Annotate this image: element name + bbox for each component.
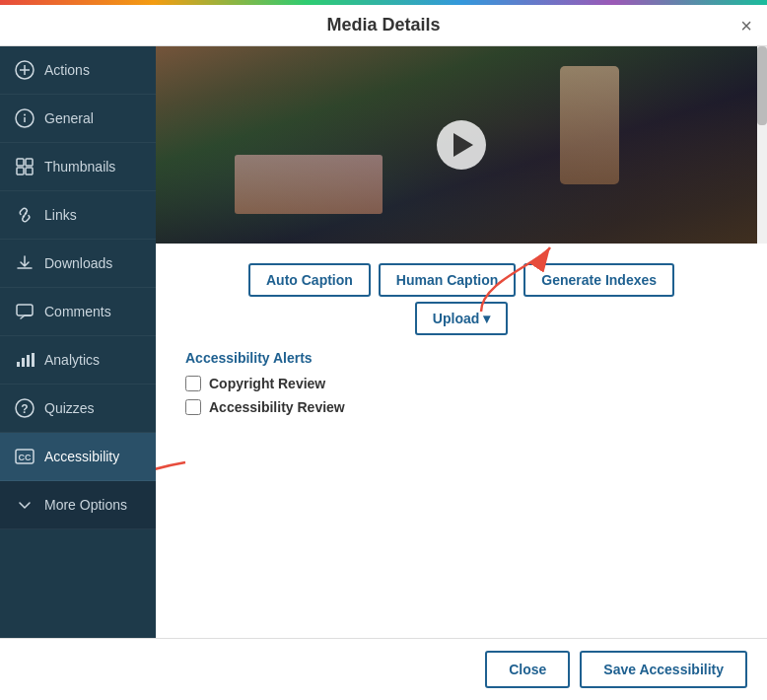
modal-header: Media Details × xyxy=(0,5,767,46)
modal-overlay: Media Details × Actions xyxy=(0,0,767,700)
svg-text:?: ? xyxy=(21,402,28,416)
scrollbar-thumb[interactable] xyxy=(757,46,767,125)
auto-caption-button[interactable]: Auto Caption xyxy=(248,263,371,297)
svg-rect-9 xyxy=(26,168,33,175)
content-area: Auto Caption Human Caption Generate Inde… xyxy=(156,244,767,638)
svg-point-5 xyxy=(24,114,26,116)
sidebar-general-label: General xyxy=(44,110,94,126)
modal-title: Media Details xyxy=(326,15,440,35)
copyright-review-label: Copyright Review xyxy=(209,376,325,391)
video-content-element xyxy=(560,66,619,184)
svg-rect-13 xyxy=(27,355,30,367)
svg-rect-6 xyxy=(17,159,24,166)
video-play-button[interactable] xyxy=(437,120,486,170)
sidebar-item-accessibility[interactable]: CC Accessibility xyxy=(0,433,156,481)
video-content-element2 xyxy=(235,155,383,214)
sidebar-more-options-label: More Options xyxy=(44,497,127,513)
svg-rect-12 xyxy=(22,358,25,367)
play-triangle-icon xyxy=(453,133,473,157)
accessibility-review-checkbox[interactable] xyxy=(185,399,201,415)
sidebar-comments-label: Comments xyxy=(44,304,111,319)
upload-row: Upload ▾ xyxy=(185,302,737,335)
sidebar-item-quizzes[interactable]: ? Quizzes xyxy=(0,385,156,433)
sidebar-item-links[interactable]: Links xyxy=(0,191,156,240)
modal-footer: Close Save Accessibility xyxy=(0,638,767,700)
generate-indexes-button[interactable]: Generate Indexes xyxy=(523,263,674,297)
sidebar-red-arrow-svg xyxy=(156,443,205,561)
accessibility-alerts-section: Accessibility Alerts Copyright Review Ac… xyxy=(185,350,737,415)
accessibility-icon: CC xyxy=(15,447,35,466)
media-details-modal: Media Details × Actions xyxy=(0,0,767,700)
human-caption-button[interactable]: Human Caption xyxy=(379,263,516,297)
sidebar-downloads-label: Downloads xyxy=(44,255,112,271)
modal-body: Actions General xyxy=(0,46,767,638)
sidebar-accessibility-label: Accessibility xyxy=(44,449,119,464)
comments-icon xyxy=(15,302,35,321)
svg-text:CC: CC xyxy=(19,453,32,462)
chevron-down-icon xyxy=(15,495,35,515)
quizzes-icon: ? xyxy=(15,398,35,418)
link-icon xyxy=(15,205,35,225)
sidebar-quizzes-label: Quizzes xyxy=(44,400,95,416)
svg-rect-7 xyxy=(26,159,33,166)
sidebar-links-label: Links xyxy=(44,207,77,223)
info-icon xyxy=(15,108,35,128)
caption-buttons-row: Auto Caption Human Caption Generate Inde… xyxy=(185,263,737,297)
sidebar-item-downloads[interactable]: Downloads xyxy=(0,240,156,288)
accessibility-review-row: Accessibility Review xyxy=(185,399,737,415)
sidebar-actions-label: Actions xyxy=(44,62,90,78)
sidebar-analytics-label: Analytics xyxy=(44,352,100,368)
svg-rect-14 xyxy=(32,353,35,367)
accessibility-review-label: Accessibility Review xyxy=(209,399,345,415)
scrollbar-track[interactable] xyxy=(757,46,767,244)
main-content: Auto Caption Human Caption Generate Inde… xyxy=(156,46,767,638)
modal-close-button[interactable]: × xyxy=(740,14,752,36)
copyright-review-row: Copyright Review xyxy=(185,376,737,391)
upload-button[interactable]: Upload ▾ xyxy=(415,302,508,335)
thumbnails-icon xyxy=(15,157,35,176)
svg-rect-10 xyxy=(17,305,33,315)
caption-section: Auto Caption Human Caption Generate Inde… xyxy=(185,263,737,335)
sidebar-item-comments[interactable]: Comments xyxy=(0,288,156,336)
sidebar-item-analytics[interactable]: Analytics xyxy=(0,336,156,385)
download-icon xyxy=(15,253,35,273)
sidebar-item-thumbnails[interactable]: Thumbnails xyxy=(0,143,156,191)
svg-rect-8 xyxy=(17,168,24,175)
sidebar-thumbnails-label: Thumbnails xyxy=(44,159,115,175)
svg-rect-11 xyxy=(17,362,20,367)
accessibility-alerts-title: Accessibility Alerts xyxy=(185,350,737,366)
copyright-review-checkbox[interactable] xyxy=(185,376,201,391)
save-accessibility-button[interactable]: Save Accessibility xyxy=(580,651,747,688)
sidebar-item-actions[interactable]: Actions xyxy=(0,46,156,95)
close-button[interactable]: Close xyxy=(485,651,570,688)
analytics-icon xyxy=(15,350,35,370)
sidebar: Actions General xyxy=(0,46,156,638)
sidebar-item-more-options[interactable]: More Options xyxy=(0,481,156,529)
video-player[interactable] xyxy=(156,46,767,244)
sidebar-item-general[interactable]: General xyxy=(0,95,156,143)
circle-plus-icon xyxy=(15,60,35,80)
sidebar-arrow-annotation xyxy=(185,423,737,571)
